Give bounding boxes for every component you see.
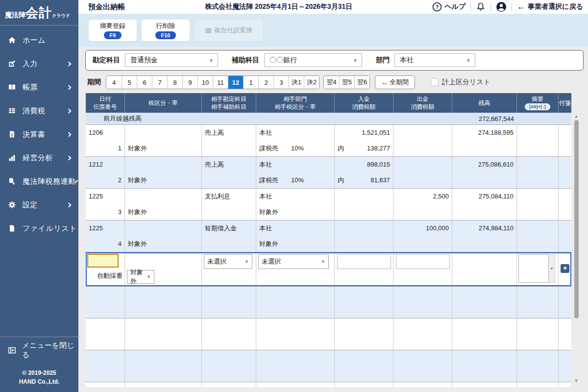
deposit-amount-input[interactable] — [337, 254, 391, 269]
col-header-deposit: 入金消費税額 — [335, 93, 393, 113]
sidebar-item-tax-link[interactable]: 魔法陣税務連動 — [0, 170, 78, 193]
scroll-down-arrow-icon[interactable]: ▼ — [573, 378, 580, 383]
carryover-label: 前月繰越残高 — [86, 114, 452, 123]
month-button-12-selected[interactable]: 12 — [228, 76, 243, 89]
month-button-4[interactable]: 4 — [106, 76, 122, 89]
sidebar-nav: ホーム 入力 帳票 消費税 決算書 — [0, 25, 78, 335]
month-button-5[interactable]: 5 — [122, 76, 137, 89]
memo-dropdown-button[interactable]: ▼ — [549, 254, 555, 283]
period-selector: 期間 4 5 6 7 8 9 10 11 12 1 2 3 決1 決2 — [87, 74, 584, 90]
compound-journal-convert-button: 複合仕訳変換 — [194, 19, 264, 42]
register-summary-button[interactable]: 摘要登録 F9 — [88, 19, 137, 42]
next-month-button-6[interactable]: 翌6 — [354, 76, 369, 89]
table-header-row: 日付伝票番号 税区分・率 相手勘定科目相手補助科目 相手部門相手税区分・率 入金… — [86, 93, 571, 113]
add-tag-button[interactable]: + — [561, 264, 569, 273]
new-entry-row: 自動採番 対象外 ▼ 未選択 ▼ — [86, 252, 571, 287]
month-button-11[interactable]: 11 — [213, 76, 228, 89]
sidebar-item-settings[interactable]: 設定 — [0, 193, 78, 217]
month-button-10[interactable]: 10 — [197, 76, 213, 89]
col-header-balance: 残高 — [452, 93, 517, 113]
book-icon — [8, 83, 18, 91]
account-select[interactable]: 普通預金 ▼ — [125, 53, 218, 67]
sidebar-item-home[interactable]: ホーム — [0, 28, 78, 52]
month-button-1[interactable]: 1 — [243, 76, 258, 89]
caret-down-icon: ▼ — [245, 259, 249, 264]
delete-row-button[interactable]: 行削除 F10 — [141, 19, 190, 42]
logo-suffix: クラウド — [52, 13, 70, 18]
carryover-row: 前月繰越残高 272,667,544 — [86, 113, 571, 125]
sub-account-filter-label: 補助科目 — [232, 56, 259, 65]
tax-class-select[interactable]: 対象外 ▼ — [127, 270, 154, 284]
next-month-button-5[interactable]: 翌5 — [339, 76, 354, 89]
notifications-button[interactable] — [476, 2, 486, 12]
account-button[interactable] — [496, 1, 507, 12]
memo-textarea[interactable] — [518, 254, 549, 283]
grid-icon — [205, 27, 212, 34]
sidebar-item-reports[interactable]: 帳票 — [0, 75, 78, 99]
month-button-2[interactable]: 2 — [258, 76, 273, 89]
sidebar-item-consumption-tax[interactable]: 消費税 — [0, 99, 78, 122]
top-bar: 預金出納帳 株式会社魔法陣 2025年4月1日～2026年3月31日 ? ヘルプ… — [78, 0, 588, 14]
caret-down-icon: ▼ — [209, 58, 214, 63]
counter-department-select[interactable]: 未選択 ▼ — [258, 254, 329, 269]
month-button-7[interactable]: 7 — [152, 76, 167, 89]
account-filter-label: 勘定科目 — [93, 56, 120, 65]
posting-category-list-checkbox-wrap[interactable]: 計上区分リスト — [431, 78, 490, 87]
month-button-9[interactable]: 9 — [182, 76, 197, 89]
gear-icon — [8, 201, 18, 209]
bell-icon — [476, 2, 486, 12]
sidebar-item-file-list[interactable]: ファイルリスト — [0, 217, 78, 240]
table-row[interactable]: 12254 対象外 短期借入金 本社対象外 100,000 274,984,11… — [86, 220, 571, 252]
month-button-8[interactable]: 8 — [167, 76, 182, 89]
ledger-table: 日付伝票番号 税区分・率 相手勘定科目相手補助科目 相手部門相手税区分・率 入金… — [86, 93, 580, 387]
department-select[interactable]: 本社 ▼ — [394, 53, 475, 67]
copyright: © 2019-2025 HAND Co.,Ltd. — [0, 362, 78, 392]
question-circle-icon: ? — [432, 2, 442, 12]
main-area: 預金出納帳 株式会社魔法陣 2025年4月1日～2026年3月31日 ? ヘルプ… — [78, 0, 588, 392]
sidebar-item-financial-statements[interactable]: 決算書 — [0, 122, 78, 146]
vertical-scrollbar[interactable]: ▲ ▼ — [573, 113, 580, 387]
left-arrow-icon: ← — [517, 2, 525, 12]
sidebar-divider — [0, 337, 78, 337]
f9-key-badge: F9 — [104, 31, 122, 39]
all-period-button[interactable]: ↔ 全期間 — [375, 75, 415, 89]
help-button[interactable]: ? ヘルプ — [432, 2, 466, 12]
empty-table-row — [86, 318, 571, 350]
month-button-closing2[interactable]: 決2 — [304, 76, 319, 89]
next-year-button-group: 翌4 翌5 翌6 — [323, 75, 370, 89]
sub-account-select[interactable]: 〇〇銀行 ▼ — [264, 53, 362, 67]
back-to-business-select-button[interactable]: ← 事業者選択に戻る — [517, 2, 583, 12]
empty-table-row — [86, 287, 571, 318]
chevron-right-icon — [67, 85, 72, 90]
sidebar-item-analysis[interactable]: 経営分析 — [0, 146, 78, 170]
sidebar-item-input[interactable]: 入力 — [0, 52, 78, 75]
month-button-closing1[interactable]: 決1 — [289, 76, 304, 89]
month-button-6[interactable]: 6 — [137, 76, 152, 89]
table-row[interactable]: 12253 対象外 支払利息 本社対象外 2,500 275,084,110 — [86, 189, 571, 220]
chevron-right-icon — [67, 202, 72, 207]
col-header-withdrawal: 出金消費税額 — [393, 93, 452, 113]
caret-down-icon: ▼ — [550, 267, 554, 271]
f10-key-badge: F10 — [155, 31, 176, 39]
document-export-icon — [8, 177, 18, 185]
sidebar: 魔法陣会計クラウド ホーム 入力 帳票 消費税 — [0, 0, 78, 392]
table-row[interactable]: 12061 対象外 売上高 本社課税売10% 1,521,051内138,277… — [86, 125, 571, 157]
table-grid-icon — [8, 107, 18, 115]
page-title: 預金出納帳 — [88, 2, 125, 12]
top-actions: ? ヘルプ ← 事業者選択に戻る — [432, 1, 583, 12]
next-month-button-4[interactable]: 翌4 — [324, 76, 339, 89]
chevron-right-icon — [67, 155, 72, 160]
counter-account-select[interactable]: 未選択 ▼ — [204, 254, 252, 269]
empty-table-row — [86, 382, 571, 387]
caret-down-icon: ▼ — [147, 274, 151, 279]
auto-number-label: 自動採番 — [86, 268, 124, 284]
scroll-up-arrow-icon[interactable]: ▲ — [573, 113, 580, 120]
checkbox-unchecked[interactable] — [431, 78, 439, 86]
scrollbar-thumb[interactable] — [574, 120, 579, 318]
app-logo[interactable]: 魔法陣会計クラウド — [0, 0, 78, 25]
month-button-3[interactable]: 3 — [273, 76, 289, 89]
date-input-focused[interactable] — [87, 254, 119, 268]
close-menu-button[interactable]: メニューを閉じる — [0, 339, 78, 362]
table-row[interactable]: 12122 対象外 売上高 本社課税売10% 898,015内81,637 27… — [86, 157, 571, 189]
withdrawal-amount-input[interactable] — [396, 254, 450, 269]
